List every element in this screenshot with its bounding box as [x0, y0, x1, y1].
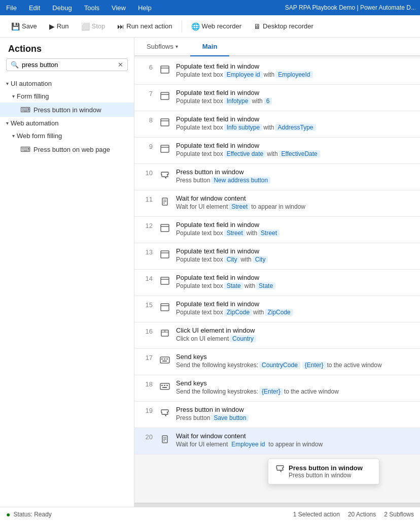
tooltip-desc: Press button in window	[289, 472, 363, 479]
flow-title: Populate text field in window	[176, 89, 414, 96]
flow-number: 17	[141, 353, 159, 362]
flow-number: 6	[141, 62, 159, 71]
flow-desc: Wait for UI element Employee id to appea…	[176, 441, 414, 448]
flow-desc: Wait for UI element Street to appear in …	[176, 203, 414, 210]
stop-button[interactable]: ⬜ Stop	[76, 20, 111, 33]
sidebar: Actions 🔍 ✕ ▾ UI automation ▾ Form filli…	[0, 38, 134, 507]
flow-number: 8	[141, 115, 159, 124]
flow-desc-text: Send the following keystrokes:	[176, 388, 258, 395]
flow-title: Populate text field in window	[176, 142, 414, 149]
flow-item-20[interactable]: 20Wait for window contentWait for UI ele…	[134, 428, 420, 454]
run-button[interactable]: ▶ Run	[44, 20, 74, 33]
run-next-label: Run next action	[126, 22, 172, 30]
menu-debug[interactable]: Debug	[50, 2, 74, 14]
svg-rect-27	[162, 361, 167, 362]
flow-item-16[interactable]: 16Click UI element in windowClick on UI …	[134, 322, 420, 349]
flow-item-17[interactable]: 17Send keysSend the following keystrokes…	[134, 349, 420, 375]
flow-content: Populate text field in windowPopulate te…	[176, 300, 414, 316]
flow-desc-text: Populate text box	[176, 124, 223, 131]
horizontal-scrollbar[interactable]	[134, 503, 420, 507]
window-icon	[159, 63, 171, 76]
web-recorder-button[interactable]: 🌐 Web recorder	[186, 20, 247, 33]
flow-item-12[interactable]: 12Populate text field in windowPopulate …	[134, 217, 420, 243]
flow-item-8[interactable]: 8Populate text field in windowPopulate t…	[134, 111, 420, 138]
flow-desc-text: Populate text box	[176, 256, 223, 263]
button-icon	[159, 407, 171, 419]
svg-rect-29	[161, 385, 163, 386]
flow-content: Populate text field in windowPopulate te…	[176, 62, 414, 78]
flow-list: 6Populate text field in windowPopulate t…	[134, 56, 420, 503]
menu-edit[interactable]: Edit	[27, 2, 42, 14]
flow-desc: Populate text box State with State	[176, 282, 414, 289]
tab-subflows[interactable]: Subflows ▾	[134, 38, 190, 56]
flow-content: Send keysSend the following keystrokes: …	[176, 379, 414, 395]
search-input[interactable]	[22, 61, 118, 69]
window-icon	[159, 116, 171, 128]
flow-desc-text: with	[244, 282, 255, 289]
flow-tag: {Enter}	[302, 362, 326, 369]
sidebar-item-form-filling[interactable]: ▾ Form filling	[0, 90, 134, 103]
flow-item-7[interactable]: 7Populate text field in windowPopulate t…	[134, 85, 420, 111]
flow-item-14[interactable]: 14Populate text field in windowPopulate …	[134, 270, 420, 296]
sidebar-item-press-button-web[interactable]: ⌨ Press button on web page	[0, 142, 134, 156]
status-right: 1 Selected action 20 Actions 2 Subflows	[293, 511, 414, 518]
save-button[interactable]: 💾 Save	[6, 20, 42, 33]
window-icon	[159, 275, 171, 287]
actions-count: 20 Actions	[348, 511, 376, 518]
flow-title: Send keys	[176, 353, 414, 361]
flow-tag: Employee id	[229, 441, 267, 448]
clear-icon[interactable]: ✕	[118, 61, 123, 69]
run-next-button[interactable]: ⏭ Run next action	[112, 20, 177, 33]
keys-icon	[159, 354, 171, 366]
flow-content: Press button in windowPress button New a…	[176, 168, 414, 184]
flow-number: 19	[141, 406, 159, 414]
flow-desc-text: with	[240, 256, 251, 263]
tooltip-button-icon	[275, 465, 285, 474]
flow-number: 9	[141, 142, 159, 150]
svg-rect-0	[161, 66, 169, 73]
flow-desc-text: Press button	[176, 414, 210, 421]
flow-item-13[interactable]: 13Populate text field in windowPopulate …	[134, 243, 420, 270]
flow-item-19[interactable]: 19Press button in windowPress button Sav…	[134, 402, 420, 428]
flow-content: Press button in windowPress button Save …	[176, 406, 414, 421]
flow-title: Populate text field in window	[176, 115, 414, 123]
flow-desc-text: Populate text box	[176, 230, 223, 237]
flow-tag: Street	[224, 230, 246, 237]
menu-tools[interactable]: Tools	[82, 2, 101, 14]
desktop-recorder-button[interactable]: 🖥 Desktop recorder	[249, 20, 319, 33]
flow-item-6[interactable]: 6Populate text field in windowPopulate t…	[134, 58, 420, 85]
flow-item-10[interactable]: 10Press button in windowPress button New…	[134, 164, 420, 190]
sidebar-item-web-automation[interactable]: ▾ Web automation	[0, 117, 134, 129]
tooltip-popup: Press button in windowPress button in wi…	[268, 459, 379, 484]
svg-rect-30	[164, 385, 165, 386]
flow-tag: Country	[230, 335, 256, 342]
flow-title: Send keys	[176, 379, 414, 387]
flow-tag: Info subtype	[224, 124, 262, 131]
flow-desc-text: Wait for UI element	[176, 441, 228, 448]
tab-main[interactable]: Main	[190, 38, 230, 56]
sidebar-item-web-form-filling[interactable]: ▾ Web form filling	[0, 129, 134, 142]
sidebar-title: Actions	[0, 38, 134, 58]
flow-desc-text: with	[263, 124, 274, 131]
menu-file[interactable]: File	[4, 2, 19, 14]
window-icon	[159, 248, 171, 260]
status-text: Status: Ready	[13, 511, 51, 518]
button-icon: ⌨	[20, 106, 30, 114]
flow-item-11[interactable]: 11Wait for window contentWait for UI ele…	[134, 190, 420, 217]
flow-number: 20	[141, 432, 159, 441]
flow-tag: Save button	[211, 414, 249, 421]
status-left: ● Status: Ready	[6, 510, 52, 518]
run-icon: ▶	[49, 22, 55, 30]
sidebar-item-press-button-window[interactable]: ⌨ Press button in window	[0, 103, 134, 117]
menu-view[interactable]: View	[110, 2, 128, 14]
flow-content: Populate text field in windowPopulate te…	[176, 89, 414, 105]
svg-rect-31	[166, 385, 168, 386]
flow-desc-text: Wait for UI element	[176, 203, 228, 210]
flow-item-18[interactable]: 18Send keysSend the following keystrokes…	[134, 375, 420, 402]
flow-item-9[interactable]: 9Populate text field in windowPopulate t…	[134, 138, 420, 164]
menu-bar: File Edit Debug Tools View Help SAP RPA …	[0, 0, 420, 15]
menu-help[interactable]: Help	[136, 2, 154, 14]
flow-item-15[interactable]: 15Populate text field in windowPopulate …	[134, 296, 420, 322]
flow-desc: Populate text box Employee id with Emplo…	[176, 71, 414, 78]
sidebar-item-ui-automation[interactable]: ▾ UI automation	[0, 77, 134, 90]
